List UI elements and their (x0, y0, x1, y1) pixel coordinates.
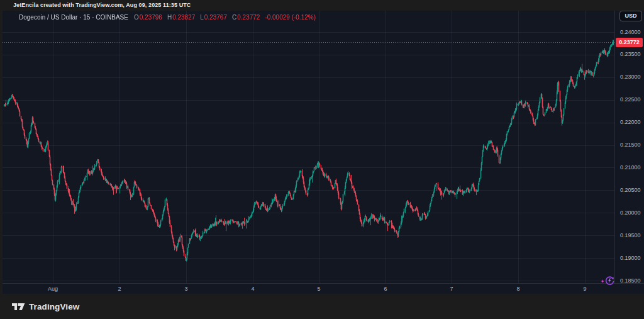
time-axis-label: 9 (572, 284, 597, 294)
chart-widget: Dogecoin / US Dollar · 15 · COINBASEO0.2… (3, 11, 644, 294)
tradingview-logo-icon[interactable] (12, 302, 25, 311)
open-label: O (134, 14, 139, 21)
close-value: 0.23772 (237, 14, 260, 21)
price-tick: 0.23500 (620, 51, 641, 58)
time-axis-label: 2 (107, 284, 132, 294)
open-value: 0.23796 (140, 14, 162, 21)
time-axis-label: 6 (373, 284, 398, 294)
candlestick-chart-canvas[interactable] (3, 11, 614, 283)
attribution-bar: JetEncila created with TradingView.com, … (0, 0, 644, 11)
time-axis-label: 8 (506, 284, 531, 294)
price-tick: 0.20500 (620, 187, 641, 194)
tradingview-chart-screenshot: JetEncila created with TradingView.com, … (0, 0, 644, 319)
time-axis-label: 5 (306, 284, 331, 294)
current-price-label: 0.23772 (616, 38, 643, 47)
price-tick: 0.19500 (620, 232, 641, 239)
high-value: 0.23827 (172, 14, 195, 21)
close-label: C (232, 14, 236, 21)
time-axis-label: 3 (174, 284, 199, 294)
high-label: H (167, 14, 172, 21)
footer-bar: TradingView (0, 294, 644, 319)
low-value: 0.23767 (204, 14, 227, 21)
time-axis-label: Aug (40, 284, 65, 294)
price-tick: 0.22500 (620, 96, 641, 103)
price-tick: 0.22000 (620, 119, 641, 126)
symbol-title[interactable]: Dogecoin / US Dollar · 15 · COINBASE (19, 14, 128, 21)
low-label: L (200, 14, 204, 21)
price-tick: 0.23000 (620, 74, 641, 81)
time-axis[interactable]: Aug23456789 (3, 283, 644, 294)
price-tick: 0.20000 (620, 210, 641, 216)
price-tick: 0.24000 (620, 29, 641, 36)
currency-button[interactable]: USD (619, 11, 642, 21)
attribution-text: JetEncila created with TradingView.com, … (13, 2, 191, 8)
time-axis-label: 4 (240, 284, 265, 294)
price-axis[interactable]: 0.23772 0.240000.235000.230000.225000.22… (614, 11, 644, 283)
price-tick: 0.21000 (620, 164, 641, 171)
time-axis-label: 7 (439, 284, 464, 294)
price-tick: 0.21500 (620, 142, 641, 148)
price-tick: 0.19000 (620, 255, 641, 262)
tradingview-wordmark[interactable]: TradingView (29, 302, 79, 311)
change-value: -0.00029 (-0.12%) (265, 14, 316, 21)
replay-lightning-icon[interactable] (600, 274, 615, 289)
symbol-info-row[interactable]: Dogecoin / US Dollar · 15 · COINBASEO0.2… (19, 13, 316, 23)
